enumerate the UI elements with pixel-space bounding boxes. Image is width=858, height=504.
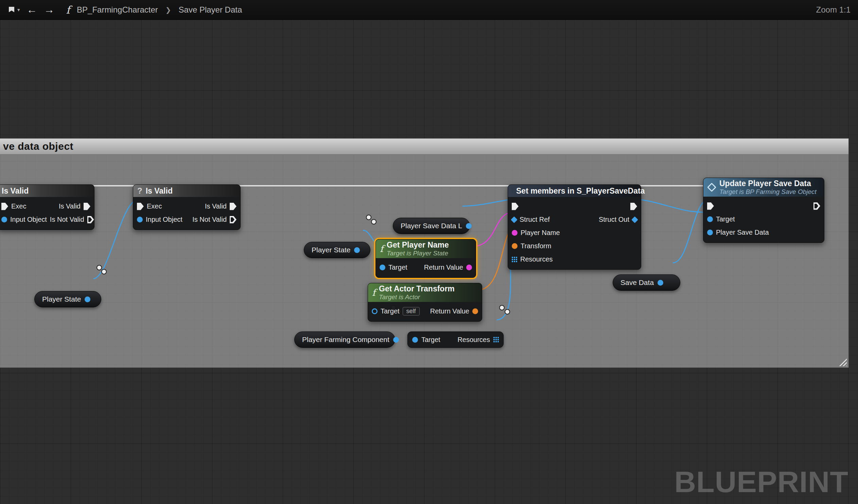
- return-value-pin[interactable]: [466, 264, 472, 270]
- pin-label: Struct Ref: [520, 216, 550, 224]
- node-title: Is Valid: [2, 186, 29, 196]
- node-subtitle: Target is Player State: [387, 250, 449, 257]
- function-icon: f: [380, 244, 383, 253]
- resources-map-pin[interactable]: [493, 337, 499, 342]
- pin-label: Input Object: [146, 216, 182, 224]
- exec-in-pin[interactable]: [137, 203, 144, 210]
- forward-button[interactable]: →: [44, 4, 55, 15]
- pin-label: Resources: [457, 336, 490, 344]
- function-icon: f: [372, 288, 376, 297]
- pin-label: Is Not Valid: [192, 216, 227, 224]
- transform-pin[interactable]: [512, 243, 518, 249]
- struct-icon: [512, 189, 513, 193]
- pin-label: Player Name: [521, 229, 560, 237]
- exec-out-pin[interactable]: [84, 203, 90, 210]
- pin-label: Is Valid: [205, 202, 227, 210]
- variable-player-save-data[interactable]: Player Save Data L: [393, 218, 470, 234]
- pin-label: Is Valid: [59, 202, 81, 210]
- node-title: Set members in S_PlayerSaveData: [516, 186, 645, 196]
- variable-save-data[interactable]: Save Data: [613, 274, 680, 291]
- exec-out-pin[interactable]: [230, 216, 237, 224]
- pin-label: Return Value: [430, 307, 469, 315]
- bookmark-button[interactable]: ▾: [7, 6, 20, 14]
- node-get-player-name[interactable]: f Get Player Name Target is Player State…: [376, 239, 476, 278]
- breadcrumb-root[interactable]: BP_FarmingCharacter: [77, 5, 158, 15]
- node-get-resources[interactable]: Target Resources: [408, 331, 504, 348]
- bookmark-icon: [7, 6, 16, 14]
- event-diamond-icon: [707, 183, 716, 192]
- function-graph-icon: f: [66, 4, 70, 16]
- pin-label: Struct Out: [599, 216, 629, 224]
- breadcrumb-current[interactable]: Save Player Data: [179, 5, 242, 15]
- comment-header[interactable]: ve data object: [0, 139, 848, 155]
- node-title: Update Player Save Data: [719, 179, 816, 188]
- breadcrumb-separator-icon: ❯: [165, 6, 172, 14]
- object-pin[interactable]: [137, 217, 143, 223]
- chevron-down-icon: ▾: [17, 7, 20, 13]
- exec-out-pin[interactable]: [87, 216, 94, 224]
- node-title: Get Actor Transform: [379, 284, 455, 293]
- struct-ref-pin[interactable]: [511, 216, 518, 223]
- exec-out-pin[interactable]: [630, 203, 637, 210]
- struct-out-pin[interactable]: [631, 216, 638, 223]
- variable-label: Player Farming Component: [302, 336, 390, 344]
- target-pin[interactable]: [380, 264, 385, 270]
- variable-label: Player State: [312, 246, 350, 254]
- self-literal-input[interactable]: self: [403, 307, 420, 315]
- node-title: Get Player Name: [387, 241, 449, 250]
- variable-label: Player State: [42, 295, 81, 303]
- object-out-pin[interactable]: [393, 337, 399, 343]
- blueprint-graph[interactable]: ve data object: [0, 20, 858, 504]
- pin-label: Return Value: [424, 263, 463, 271]
- player-name-pin[interactable]: [512, 230, 518, 236]
- node-title: Is Valid: [146, 186, 173, 196]
- exec-in-pin[interactable]: [512, 203, 519, 210]
- object-out-pin[interactable]: [657, 280, 663, 286]
- pin-label: Target: [381, 307, 400, 315]
- target-pin[interactable]: [707, 216, 713, 222]
- comment-resize-handle[interactable]: [839, 358, 847, 366]
- pin-label: Exec: [11, 202, 26, 210]
- object-out-pin[interactable]: [85, 296, 90, 302]
- question-icon: ?: [137, 186, 142, 196]
- comment-title: ve data object: [3, 141, 74, 152]
- object-out-pin[interactable]: [466, 223, 472, 229]
- pin-label: Exec: [147, 202, 162, 210]
- node-update-player-save-data[interactable]: Update Player Save Data Target is BP Far…: [703, 178, 824, 243]
- exec-in-pin[interactable]: [707, 202, 714, 210]
- exec-out-pin[interactable]: [813, 202, 820, 210]
- node-subtitle: Target is BP Farming Save Object: [719, 188, 816, 195]
- pin-label: Target: [422, 336, 440, 344]
- pin-label: Target: [716, 215, 735, 223]
- return-value-pin[interactable]: [472, 308, 478, 314]
- node-get-actor-transform[interactable]: f Get Actor Transform Target is Actor Ta…: [368, 283, 482, 322]
- pin-label: Resources: [520, 255, 553, 263]
- pin-label: Transform: [521, 242, 551, 250]
- pin-label: Target: [388, 263, 408, 271]
- blueprint-watermark: BLUEPRINT: [674, 465, 848, 499]
- object-out-pin[interactable]: [354, 247, 360, 253]
- variable-label: Save Data: [620, 278, 654, 287]
- target-pin[interactable]: [412, 337, 418, 343]
- variable-label: Player Save Data L: [401, 222, 462, 230]
- exec-in-pin[interactable]: [1, 203, 8, 210]
- node-is-valid-left[interactable]: Is Valid Exec Is Valid Input: [0, 184, 94, 230]
- exec-out-pin[interactable]: [230, 203, 237, 210]
- pin-label: Is Not Valid: [50, 216, 84, 224]
- target-pin[interactable]: [372, 308, 378, 314]
- node-set-members[interactable]: Set members in S_PlayerSaveData Struct R…: [508, 184, 641, 270]
- pin-label: Input Object: [10, 216, 47, 224]
- node-is-valid[interactable]: ? Is Valid Exec Is Valid: [133, 184, 241, 230]
- player-save-data-pin[interactable]: [707, 230, 713, 235]
- variable-player-state-2[interactable]: Player State: [304, 242, 370, 258]
- node-subtitle: Target is Actor: [379, 293, 455, 300]
- variable-player-state-1[interactable]: Player State: [34, 291, 101, 307]
- object-pin[interactable]: [1, 217, 7, 223]
- variable-player-farming-component[interactable]: Player Farming Component: [294, 331, 395, 348]
- back-button[interactable]: ←: [27, 4, 37, 15]
- pin-label: Player Save Data: [716, 229, 769, 237]
- resources-map-pin[interactable]: [512, 257, 517, 262]
- blueprint-toolbar: ▾ ← → f BP_FarmingCharacter ❯ Save Playe…: [0, 0, 858, 20]
- zoom-level: Zoom 1:1: [816, 5, 851, 15]
